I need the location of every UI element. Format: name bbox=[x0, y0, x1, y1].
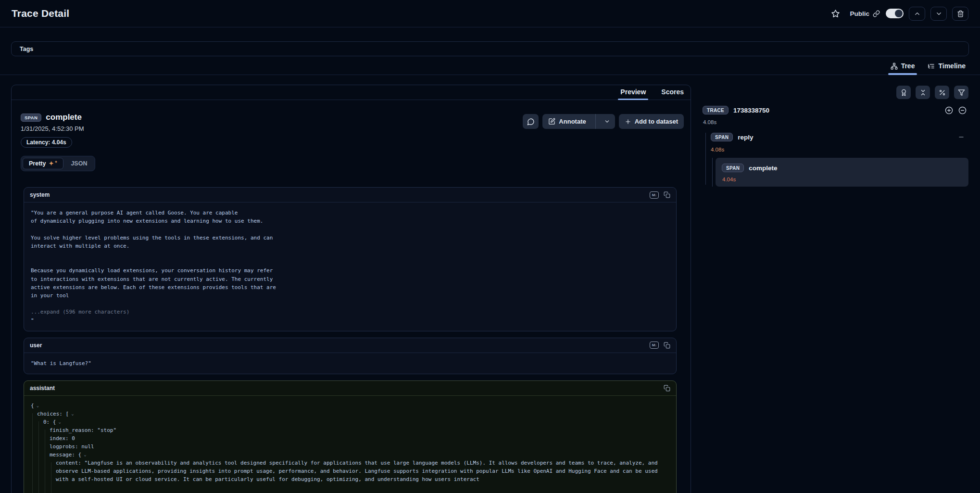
tab-timeline[interactable]: Timeline bbox=[928, 62, 966, 75]
plus-icon bbox=[625, 118, 631, 125]
json-line: observe LLM-based applications, providin… bbox=[31, 467, 669, 475]
json-line-text: choices: [ bbox=[37, 410, 69, 418]
trace-duration: 4.08s bbox=[700, 119, 968, 125]
json-line-text: with a self-hosted UI or cloud service. … bbox=[56, 475, 479, 483]
trash-icon bbox=[957, 10, 964, 17]
copy-icon[interactable] bbox=[664, 342, 670, 349]
message-header-icons: M↓ bbox=[650, 341, 670, 349]
view-tabs: Tree Timeline bbox=[0, 57, 980, 75]
public-label: Public bbox=[850, 10, 869, 17]
markdown-icon[interactable]: M↓ bbox=[650, 191, 659, 199]
span-name: complete bbox=[749, 164, 777, 172]
tree-node-trace[interactable]: TRACE 1738338750 bbox=[700, 105, 968, 115]
json-line: finish_reason: "stop" bbox=[31, 426, 669, 434]
json-line-text: 0: { bbox=[43, 418, 56, 426]
tab-tree[interactable]: Tree bbox=[891, 62, 915, 75]
collapse-chevron-icon[interactable]: ⌄ bbox=[84, 453, 86, 457]
role-label: assistant bbox=[30, 385, 55, 392]
role-label: user bbox=[30, 342, 42, 349]
tab-scores[interactable]: Scores bbox=[660, 88, 685, 100]
trace-tree-panel: TRACE 1738338750 4.08s SPAN reply 4.08s … bbox=[700, 86, 968, 187]
expand-link[interactable]: ...expand (596 more characters) bbox=[31, 308, 669, 316]
tab-timeline-label: Timeline bbox=[938, 62, 966, 70]
span-duration: 4.04s bbox=[722, 177, 962, 182]
public-visibility-group: Public bbox=[850, 9, 904, 18]
annotate-label: Annotate bbox=[559, 118, 586, 125]
scores-annotation-button[interactable] bbox=[896, 86, 911, 99]
circle-minus-icon[interactable] bbox=[958, 106, 967, 114]
observation-panel: Preview Scores SPAN complete 1/31/2025, … bbox=[11, 85, 691, 493]
collapse-chevron-icon[interactable]: ⌄ bbox=[59, 420, 61, 424]
json-line-text: content: "Langfuse is an observability a… bbox=[56, 459, 658, 467]
circle-plus-icon[interactable] bbox=[945, 106, 953, 114]
json-line-text: index: 0 bbox=[50, 434, 75, 442]
collapse-chevron-icon[interactable]: ⌄ bbox=[37, 404, 39, 408]
json-line: 0: {⌄ bbox=[31, 418, 669, 426]
indent-guide bbox=[45, 430, 45, 493]
role-label: system bbox=[30, 191, 50, 198]
previous-trace-button[interactable] bbox=[909, 7, 925, 21]
tree-node-complete-selected[interactable]: SPAN complete 4.04s bbox=[716, 158, 968, 187]
format-pretty-option[interactable]: Pretty ✦✦ bbox=[23, 158, 63, 169]
link-icon[interactable] bbox=[873, 10, 880, 17]
public-toggle[interactable] bbox=[886, 9, 904, 18]
indent-guide bbox=[38, 421, 39, 493]
next-trace-button[interactable] bbox=[930, 7, 947, 21]
message-box-user: user M↓ "What is Langfuse?" bbox=[24, 338, 677, 374]
app-header: Trace Detail Public bbox=[0, 0, 980, 27]
chevron-down-icon bbox=[935, 10, 942, 17]
json-line-text: message: { bbox=[50, 451, 81, 459]
copy-icon[interactable] bbox=[664, 385, 670, 392]
observation-header: SPAN complete 1/31/2025, 4:52:30 PM Late… bbox=[12, 100, 691, 148]
observation-title: complete bbox=[46, 113, 82, 122]
add-to-dataset-button[interactable]: Add to dataset bbox=[619, 114, 684, 129]
message-content-user: "What is Langfuse?" bbox=[24, 353, 676, 374]
sparkles-icon: ✦ bbox=[49, 161, 53, 166]
message-header-icons: M↓ bbox=[650, 191, 670, 199]
message-content-assistant: {⌄choices: [⌄0: {⌄finish_reason: "stop"i… bbox=[24, 396, 676, 493]
award-icon bbox=[900, 89, 907, 96]
funnel-icon bbox=[958, 89, 965, 96]
tree-children: SPAN reply 4.08s SPAN complete 4.04s bbox=[705, 132, 968, 187]
delete-trace-button[interactable] bbox=[952, 7, 968, 21]
bookmark-star-button[interactable] bbox=[828, 6, 842, 21]
filter-button[interactable] bbox=[954, 86, 968, 99]
toggle-knob bbox=[895, 10, 903, 17]
json-line bbox=[31, 483, 669, 492]
star-icon bbox=[831, 9, 840, 18]
json-line-text: { bbox=[31, 402, 34, 410]
button-divider bbox=[595, 114, 596, 129]
trace-id: 1738338750 bbox=[733, 107, 769, 114]
observation-actions: Annotate Add to dataset bbox=[523, 114, 684, 129]
annotate-dropdown-button[interactable] bbox=[599, 114, 615, 129]
message-header-assistant: assistant bbox=[24, 381, 676, 396]
tab-preview[interactable]: Preview bbox=[619, 88, 647, 100]
collapse-node-icon[interactable] bbox=[958, 134, 965, 140]
message-content-system: "You are a general purpose AI agent call… bbox=[24, 202, 676, 331]
percent-icon bbox=[939, 89, 946, 96]
json-line-text: logprobs: null bbox=[50, 442, 94, 451]
message-header-system: system M↓ bbox=[24, 188, 676, 202]
tree-node-reply[interactable]: SPAN reply bbox=[711, 132, 968, 142]
format-json-option[interactable]: JSON bbox=[64, 158, 93, 169]
message-header-icons bbox=[664, 385, 670, 392]
span-type-badge: SPAN bbox=[21, 114, 41, 122]
list-tree-icon bbox=[928, 63, 935, 70]
annotate-button[interactable]: Annotate bbox=[542, 114, 591, 129]
markdown-icon[interactable]: M↓ bbox=[650, 341, 659, 349]
comment-button[interactable] bbox=[523, 114, 539, 129]
annotate-split-button: Annotate bbox=[542, 114, 615, 129]
copy-icon[interactable] bbox=[664, 191, 670, 198]
closing-quote: " bbox=[31, 316, 669, 325]
latency-badge: Latency: 4.04s bbox=[21, 137, 72, 148]
json-line: {⌄ bbox=[31, 402, 669, 410]
metrics-percent-button[interactable] bbox=[935, 86, 949, 99]
collapse-chevron-icon[interactable]: ⌄ bbox=[71, 412, 74, 416]
fold-vertical-icon bbox=[919, 89, 927, 96]
tags-bar[interactable]: Tags bbox=[11, 41, 969, 56]
format-toggle: Pretty ✦✦ JSON bbox=[21, 156, 95, 171]
indent-guide bbox=[32, 413, 33, 493]
collapse-all-button[interactable] bbox=[916, 86, 930, 99]
format-pretty-label: Pretty bbox=[29, 160, 46, 167]
trace-row-icons bbox=[945, 106, 967, 114]
